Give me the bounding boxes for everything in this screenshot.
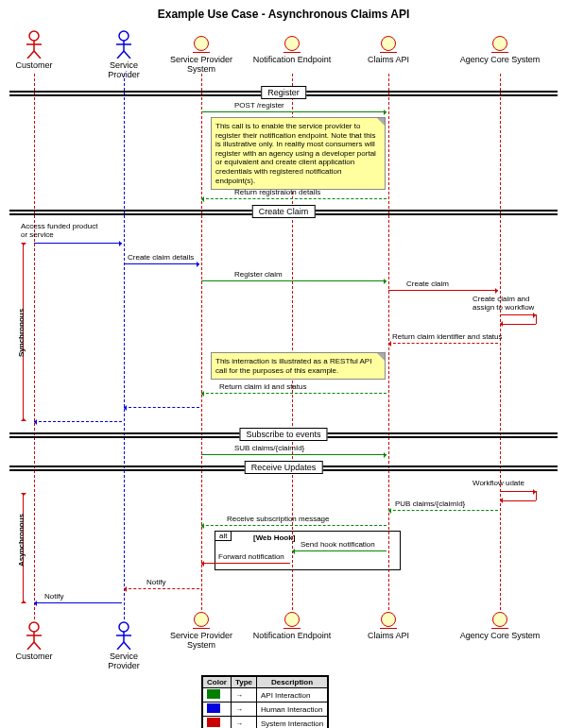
participant-label: Service Provider System — [167, 55, 235, 74]
arrow — [201, 198, 387, 199]
actor-provider-top: Service Provider — [95, 30, 152, 79]
stick-figure-icon — [113, 30, 134, 59]
msg-access: Access funded product or service — [21, 222, 106, 239]
msg-notify-cust: Notify — [44, 592, 63, 601]
arrow-icon: → — [231, 688, 256, 703]
msg-notify-sp: Notify — [146, 578, 165, 586]
arrow-icon: → — [231, 717, 256, 729]
participant-label: Claims API — [360, 55, 417, 64]
participant-label: Notification Endpoint — [249, 55, 335, 64]
arrow — [124, 588, 199, 589]
participant-notif-bottom: Notification Endpoint — [249, 612, 335, 640]
boundary-icon — [194, 36, 209, 51]
stick-figure-icon — [113, 621, 134, 650]
boundary-icon — [194, 612, 209, 627]
self-loop — [536, 314, 537, 324]
alt-label: alt — [215, 531, 232, 541]
boundary-icon — [492, 612, 507, 627]
participant-agency-top: Agency Core System — [457, 36, 542, 64]
participant-label: Claims API — [360, 631, 417, 640]
arrow — [201, 111, 387, 112]
legend-h-color: Color — [203, 677, 232, 688]
legend-system: System Interaction — [256, 717, 327, 729]
boundary-icon — [284, 612, 300, 627]
msg-forward: Forward notification — [218, 552, 284, 561]
section-receive: Receive Updates — [245, 461, 323, 474]
actor-provider-bottom: Service Provider — [95, 621, 152, 670]
msg-hook: Send hook notification — [301, 540, 375, 549]
legend-color-system — [207, 718, 220, 727]
svg-line-13 — [27, 642, 34, 650]
actor-customer-bottom: Customer — [6, 621, 62, 661]
svg-line-18 — [117, 642, 124, 650]
arrow — [201, 280, 387, 281]
sync-label: Synchronous — [17, 309, 26, 357]
lifeline — [34, 74, 35, 619]
stick-figure-icon — [24, 30, 44, 59]
legend-h-desc: Description — [256, 677, 327, 688]
arrow — [124, 263, 199, 264]
msg-recv-sub: Receive subscription message — [227, 515, 330, 523]
participant-claims-top: Claims API — [360, 36, 417, 64]
participant-agency-bottom: Agency Core System — [457, 612, 542, 640]
participant-notif-top: Notification Endpoint — [249, 36, 335, 64]
lifeline — [500, 74, 501, 610]
sequence-diagram: Example Use Case - Asynchronous Claims A… — [0, 0, 567, 728]
section-subscribe: Subscribe to events — [239, 428, 327, 441]
participant-claims-bottom: Claims API — [360, 612, 417, 640]
self-loop — [536, 491, 537, 500]
participant-label: Service Provider System — [167, 631, 235, 650]
arrow — [500, 500, 536, 501]
svg-line-8 — [117, 51, 124, 59]
participant-label: Notification Endpoint — [249, 631, 335, 640]
svg-point-5 — [119, 31, 129, 41]
diagram-title: Example Use Case - Asynchronous Claims A… — [0, 8, 567, 21]
boundary-icon — [284, 36, 300, 51]
actor-customer-top: Customer — [6, 30, 62, 70]
participant-spsystem-top: Service Provider System — [167, 36, 235, 74]
async-label: Asynchronous — [17, 514, 26, 567]
arrow — [500, 491, 536, 492]
arrow — [388, 343, 498, 344]
note-rest: This interraction is illustrated as a RE… — [211, 352, 386, 380]
arrow — [388, 290, 498, 291]
note-register: This call is to enable the service provi… — [211, 117, 386, 190]
arrow — [201, 563, 290, 564]
svg-line-4 — [34, 51, 41, 59]
section-create: Create Claim — [252, 205, 316, 218]
svg-point-10 — [29, 622, 39, 632]
svg-line-19 — [124, 642, 130, 650]
participant-spsystem-bottom: Service Provider System — [167, 612, 235, 650]
participant-label: Agency Core System — [457, 631, 542, 640]
svg-point-15 — [119, 622, 129, 632]
svg-line-3 — [27, 51, 34, 59]
msg-return-claim: Return claim id and status — [219, 382, 307, 391]
svg-line-14 — [34, 642, 41, 650]
msg-post-register: POST /register — [234, 101, 284, 110]
participant-label: Agency Core System — [457, 55, 542, 64]
arrow — [201, 393, 387, 394]
boundary-icon — [381, 612, 396, 627]
msg-workflow-update: Workflow udate — [472, 479, 539, 487]
msg-return-id: Return claim identifier and status — [392, 332, 503, 341]
msg-assign-workflow: Create claim and assign to workflow — [472, 295, 548, 312]
svg-point-0 — [29, 31, 39, 41]
legend-h-type: Type — [231, 677, 256, 688]
boundary-icon — [381, 36, 396, 51]
legend: ColorTypeDescription →API Interaction →H… — [201, 675, 329, 728]
actor-label: Customer — [6, 652, 62, 661]
arrow — [500, 314, 536, 315]
legend-human: Human Interaction — [256, 703, 327, 717]
arrow — [201, 525, 387, 526]
msg-create-claim: Create claim — [406, 279, 449, 288]
arrow — [34, 243, 122, 244]
arrow — [34, 602, 122, 603]
arrow — [34, 421, 122, 422]
stick-figure-icon — [24, 621, 44, 650]
legend-color-api — [207, 689, 220, 699]
msg-create-details: Create claim details — [128, 253, 194, 262]
msg-register-claim: Register claim — [234, 270, 283, 279]
arrow — [292, 550, 387, 551]
msg-sub: SUB claims/{claimId} — [234, 444, 304, 452]
boundary-icon — [492, 36, 507, 51]
